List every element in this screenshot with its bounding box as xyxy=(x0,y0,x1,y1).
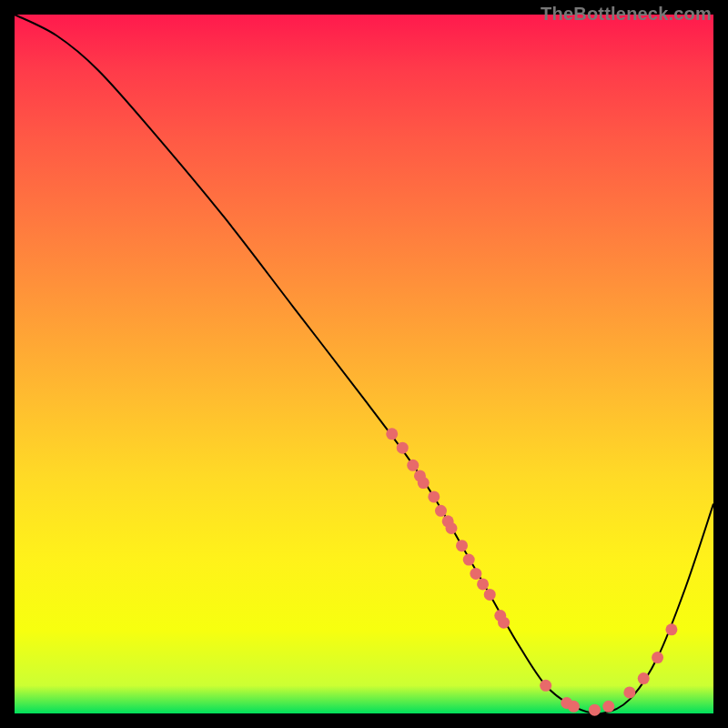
data-point xyxy=(652,652,663,663)
data-point xyxy=(428,490,440,502)
bottleneck-curve xyxy=(15,15,713,713)
watermark-text: TheBottleneck.com xyxy=(541,4,712,25)
data-point xyxy=(498,617,510,629)
data-point xyxy=(540,680,551,692)
data-point xyxy=(435,505,447,517)
data-point xyxy=(407,460,419,471)
data-point xyxy=(386,428,398,440)
data-point xyxy=(463,554,475,566)
data-point xyxy=(470,568,481,580)
data-point xyxy=(638,672,650,684)
curve-layer xyxy=(15,15,713,713)
data-point xyxy=(397,442,409,454)
data-markers xyxy=(386,428,677,715)
data-point xyxy=(456,540,468,551)
data-point xyxy=(623,686,635,698)
plot-area xyxy=(15,15,713,713)
data-point xyxy=(418,477,430,489)
data-point xyxy=(589,704,601,716)
data-point xyxy=(477,578,489,590)
data-point xyxy=(446,522,458,534)
data-point xyxy=(665,623,677,635)
chart-container: TheBottleneck.com xyxy=(0,0,728,728)
data-point xyxy=(484,589,496,601)
data-point xyxy=(602,701,614,713)
data-point xyxy=(568,701,580,713)
